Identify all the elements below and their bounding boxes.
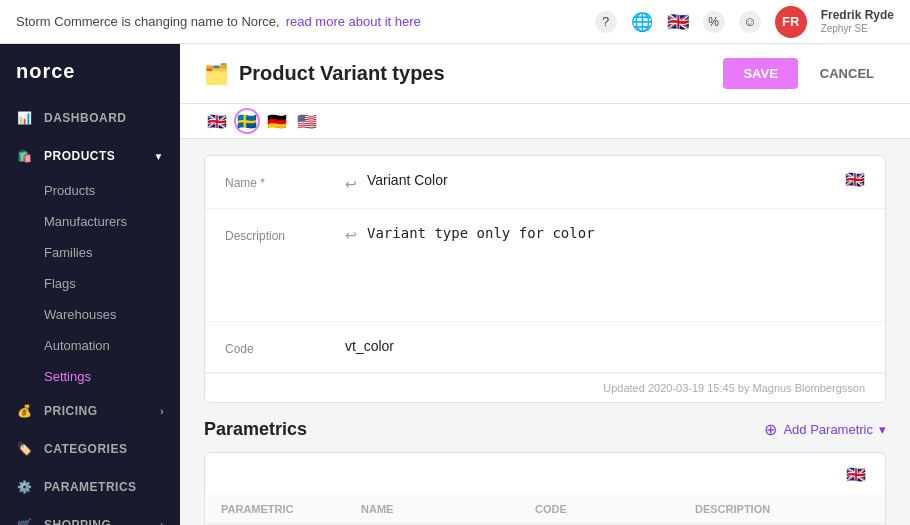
main-layout: norce 📊 DASHBOARD 🛍️ PRODUCTS ▼ Products… bbox=[0, 44, 910, 525]
globe-icon[interactable]: 🌐 bbox=[631, 11, 653, 33]
user-sub: Zephyr SE bbox=[821, 23, 894, 35]
page-header: 🗂️ Product Variant types SAVE CANCEL bbox=[180, 44, 910, 104]
pricing-icon: 💰 bbox=[16, 402, 34, 420]
param-locale-row: 🇬🇧 bbox=[205, 453, 885, 495]
code-label: Code bbox=[225, 338, 345, 356]
parametrics-section: Parametrics ⊕ Add Parametric ▾ 🇬🇧 Parame… bbox=[204, 419, 886, 525]
locale-badge-name: 🇬🇧 bbox=[845, 170, 865, 189]
page-icon: 🗂️ bbox=[204, 62, 229, 86]
locale-flag-us[interactable]: 🇺🇸 bbox=[294, 108, 320, 134]
flag-uk-icon[interactable]: 🇬🇧 bbox=[667, 11, 689, 33]
sidebar-label-products: PRODUCTS bbox=[44, 149, 115, 163]
user-info: Fredrik Ryde Zephyr SE bbox=[821, 8, 894, 34]
locale-flags-row: 🇬🇧 🇸🇪 🇩🇪 🇺🇸 bbox=[180, 104, 910, 139]
products-icon: 🛍️ bbox=[16, 147, 34, 165]
locale-flag-de[interactable]: 🇩🇪 bbox=[264, 108, 290, 134]
save-button[interactable]: SAVE bbox=[723, 58, 797, 89]
updated-text: Updated 2020-03-19 15:45 by Magnus Blomb… bbox=[603, 382, 865, 394]
chevron-right-icon: › bbox=[160, 406, 164, 417]
sidebar-label-parametrics: PARAMETRICS bbox=[44, 480, 137, 494]
name-input[interactable] bbox=[367, 172, 865, 188]
message-text: Storm Commerce is changing name to Norce… bbox=[16, 14, 280, 29]
locale-flag-uk[interactable]: 🇬🇧 bbox=[204, 108, 230, 134]
sidebar-label-categories: CATEGORIES bbox=[44, 442, 127, 456]
parametrics-icon: ⚙️ bbox=[16, 478, 34, 496]
sidebar-item-products-sub[interactable]: Products bbox=[0, 175, 180, 206]
col-name: Name bbox=[361, 503, 535, 515]
description-field: Description ↩ Variant type only for colo… bbox=[205, 209, 885, 322]
sidebar-item-manufacturers[interactable]: Manufacturers bbox=[0, 206, 180, 237]
content-area: 🗂️ Product Variant types SAVE CANCEL 🇬🇧 … bbox=[180, 44, 910, 525]
page-title: Product Variant types bbox=[239, 62, 445, 85]
help-icon[interactable]: ? bbox=[595, 11, 617, 33]
page-header-actions: SAVE CANCEL bbox=[723, 58, 886, 89]
sidebar-item-dashboard[interactable]: 📊 DASHBOARD bbox=[0, 99, 180, 137]
chevron-down-icon: ▼ bbox=[154, 151, 164, 162]
user-name: Fredrik Ryde bbox=[821, 8, 894, 22]
description-label: Description bbox=[225, 225, 345, 243]
add-parametric-label: Add Parametric bbox=[783, 422, 873, 437]
sidebar-item-automation[interactable]: Automation bbox=[0, 330, 180, 361]
sidebar: norce 📊 DASHBOARD 🛍️ PRODUCTS ▼ Products… bbox=[0, 44, 180, 525]
col-parametric: Parametric bbox=[221, 503, 361, 515]
plus-circle-icon: ⊕ bbox=[764, 420, 777, 439]
name-field-content: ↩ bbox=[345, 172, 865, 192]
chevron-right-icon2: › bbox=[160, 520, 164, 526]
text-icon2: ↩ bbox=[345, 227, 357, 243]
parametrics-title: Parametrics bbox=[204, 419, 307, 440]
dashboard-icon: 📊 bbox=[16, 109, 34, 127]
col-code: Code bbox=[535, 503, 695, 515]
locale-flag-se[interactable]: 🇸🇪 bbox=[234, 108, 260, 134]
col-description: Description bbox=[695, 503, 869, 515]
emoji-icon[interactable]: ☺ bbox=[739, 11, 761, 33]
shopping-icon: 🛒 bbox=[16, 516, 34, 525]
sidebar-item-flags[interactable]: Flags bbox=[0, 268, 180, 299]
cancel-button[interactable]: CANCEL bbox=[808, 58, 886, 89]
top-bar-message: Storm Commerce is changing name to Norce… bbox=[16, 14, 421, 29]
logo: norce bbox=[0, 44, 180, 99]
name-label: Name * bbox=[225, 172, 345, 190]
code-input[interactable] bbox=[345, 338, 865, 354]
sidebar-item-families[interactable]: Families bbox=[0, 237, 180, 268]
categories-icon: 🏷️ bbox=[16, 440, 34, 458]
text-icon: ↩ bbox=[345, 176, 357, 192]
message-link[interactable]: read more about it here bbox=[286, 14, 421, 29]
code-field: Code bbox=[205, 322, 885, 373]
chevron-down-icon3: ▾ bbox=[879, 422, 886, 437]
param-table: 🇬🇧 Parametric Name Code Description Colo… bbox=[204, 452, 886, 525]
avatar[interactable]: FR bbox=[775, 6, 807, 38]
percent-icon[interactable]: % bbox=[703, 11, 725, 33]
param-locale-uk[interactable]: 🇬🇧 bbox=[843, 461, 869, 487]
sidebar-item-products[interactable]: 🛍️ PRODUCTS ▼ bbox=[0, 137, 180, 175]
code-field-content bbox=[345, 338, 865, 354]
sidebar-item-parametrics[interactable]: ⚙️ PARAMETRICS bbox=[0, 468, 180, 506]
param-table-header: Parametric Name Code Description bbox=[205, 495, 885, 524]
sidebar-label-pricing: PRICING bbox=[44, 404, 98, 418]
form-section: Name * ↩ 🇬🇧 Description ↩ Variant type o… bbox=[204, 155, 886, 403]
description-field-content: ↩ Variant type only for color bbox=[345, 225, 865, 305]
description-input[interactable]: Variant type only for color bbox=[367, 225, 865, 305]
parametrics-header: Parametrics ⊕ Add Parametric ▾ bbox=[204, 419, 886, 440]
sidebar-item-categories[interactable]: 🏷️ CATEGORIES bbox=[0, 430, 180, 468]
sidebar-item-warehouses[interactable]: Warehouses bbox=[0, 299, 180, 330]
top-bar-right: ? 🌐 🇬🇧 % ☺ FR Fredrik Ryde Zephyr SE bbox=[595, 6, 894, 38]
sidebar-item-pricing[interactable]: 💰 PRICING › bbox=[0, 392, 180, 430]
top-bar: Storm Commerce is changing name to Norce… bbox=[0, 0, 910, 44]
page-header-left: 🗂️ Product Variant types bbox=[204, 62, 445, 86]
sidebar-item-settings[interactable]: Settings bbox=[0, 361, 180, 392]
sidebar-label-dashboard: DASHBOARD bbox=[44, 111, 127, 125]
sidebar-item-shopping[interactable]: 🛒 SHOPPING › bbox=[0, 506, 180, 525]
form-footer: Updated 2020-03-19 15:45 by Magnus Blomb… bbox=[205, 373, 885, 402]
sidebar-label-shopping: SHOPPING bbox=[44, 518, 111, 525]
name-field: Name * ↩ 🇬🇧 bbox=[205, 156, 885, 209]
add-parametric-button[interactable]: ⊕ Add Parametric ▾ bbox=[764, 420, 886, 439]
